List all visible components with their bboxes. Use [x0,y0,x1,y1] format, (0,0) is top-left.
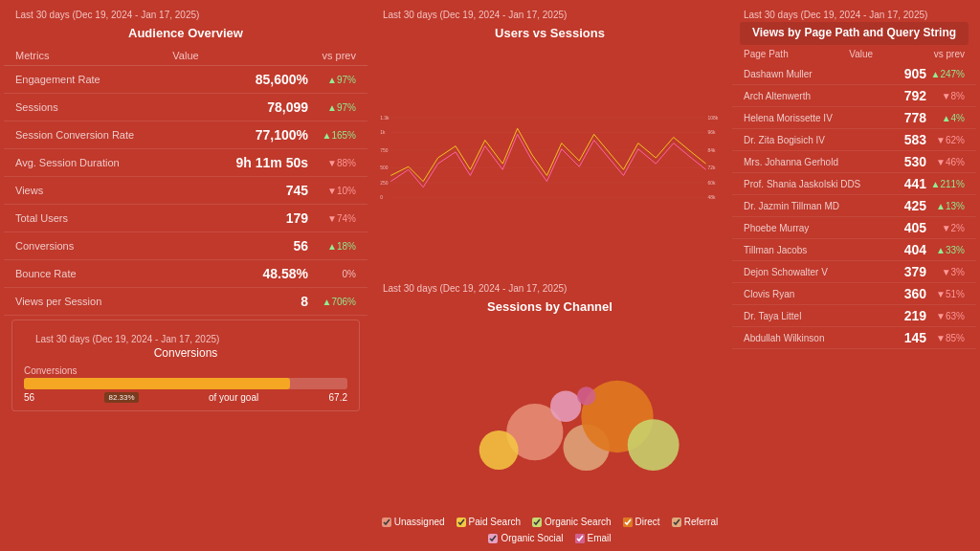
legend-checkbox-2[interactable] [532,518,542,527]
svg-text:108k: 108k [707,116,718,121]
pp-row-11: Dr. Taya Littel 219 ▼63% [732,305,976,327]
pp-value-9: 379 [888,264,926,279]
value-col-label: Value [172,50,198,61]
pp-change-12: ▼85% [926,333,965,343]
svg-text:1k: 1k [380,130,386,135]
pp-row-2: Helena Morissette IV 778 ▲4% [732,107,976,129]
pp-change-1: ▼8% [926,91,965,101]
metric-change: 10% [308,186,356,196]
pp-name-9: Dejon Schowalter V [744,267,888,277]
uvs-date-label: Last 30 days (Dec 19, 2024 - Jan 17, 202… [371,4,728,22]
pp-name-1: Arch Altenwerth [744,91,888,101]
pp-row-7: Phoebe Murray 405 ▼2% [732,217,976,239]
legend-item-0: Unassigned [382,517,445,527]
pp-name-2: Helena Morissette IV [744,113,888,123]
pp-change-7: ▼2% [926,223,965,233]
svg-text:500: 500 [380,165,388,170]
conversions-panel: Last 30 days (Dec 19, 2024 - Jan 17, 202… [11,320,360,411]
legend-checkbox-6[interactable] [575,534,585,543]
pp-value-10: 360 [888,286,926,301]
metric-value: 9h 11m 50s [162,155,308,170]
metric-row-8: Views per Session 8 706% [4,288,368,316]
pp-change-2: ▲4% [926,113,965,123]
pp-row-8: Tillman Jacobs 404 ▲33% [732,239,976,261]
pp-value-8: 404 [888,242,926,257]
metric-value: 77,100% [162,127,308,143]
pp-value-4: 530 [888,154,926,169]
metric-name: Views per Session [15,296,162,307]
pp-row-3: Dr. Zita Bogisich IV 583 ▼62% [732,129,976,151]
svg-text:84k: 84k [707,148,715,153]
legend-item-6: Email [575,533,612,543]
pp-value-11: 219 [888,308,926,323]
metrics-header: Metrics Value vs prev [4,46,368,66]
metric-name: Avg. Session Duration [15,157,162,168]
metric-name: Session Conversion Rate [15,129,162,141]
pp-value-7: 405 [888,220,926,235]
metric-name: Engagement Rate [15,74,162,85]
progress-bar-bg [24,378,347,389]
conv-date-label: Last 30 days (Dec 19, 2024 - Jan 17, 202… [24,328,347,346]
legend-checkbox-1[interactable] [457,518,466,527]
legend-label-4: Referral [684,517,719,527]
channel-legend: Unassigned Paid Search Organic Search Di… [371,513,728,547]
metric-change: 74% [308,213,356,224]
legend-label-1: Paid Search [469,517,521,527]
sbc-title: Sessions by Channel [371,296,728,320]
conv-label: Conversions [24,365,347,376]
uvs-title: Users vs Sessions [371,22,728,46]
svg-text:1.3k: 1.3k [380,116,390,121]
line-chart-area: 1.3k 1k 750 500 250 0 108k 96k 84k 72k 6… [371,46,728,274]
metrics-col-label: Metrics [15,50,49,61]
legend-label-0: Unassigned [394,517,445,527]
pp-change-6: ▲13% [926,201,965,211]
pp-value-6: 425 [888,198,926,213]
sessions-channel-panel: Last 30 days (Dec 19, 2024 - Jan 17, 202… [371,277,728,547]
pp-name-3: Dr. Zita Bogisich IV [744,135,888,145]
pp-row-10: Clovis Ryan 360 ▼51% [732,283,976,305]
pp-name-4: Mrs. Johanna Gerhold [744,157,888,167]
pp-name-5: Prof. Shania Jaskolski DDS [744,179,888,189]
pp-change-11: ▼63% [926,311,965,321]
left-date-label: Last 30 days (Dec 19, 2024 - Jan 17, 202… [4,4,368,22]
legend-checkbox-0[interactable] [382,518,391,527]
pp-name-8: Tillman Jacobs [744,245,888,255]
bubble-area [371,320,728,513]
pp-change-5: ▲211% [926,179,965,189]
line-chart-svg: 1.3k 1k 750 500 250 0 108k 96k 84k 72k 6… [379,46,721,270]
metric-value: 48.58% [162,266,308,281]
pp-change-9: ▼3% [926,267,965,277]
left-panel: Last 30 days (Dec 19, 2024 - Jan 17, 202… [4,4,368,547]
metric-name: Conversions [15,240,162,252]
conv-badge: 82.33% [104,392,138,403]
legend-label-6: Email [588,533,612,543]
metric-value: 179 [162,210,308,226]
pp-header: Page Path Value vs prev [732,45,976,63]
pp-row-1: Arch Altenwerth 792 ▼8% [732,85,976,107]
metric-change: 97% [308,75,356,85]
page-path-title: Views by Page Path and Query String [740,22,969,45]
svg-point-23 [627,419,679,471]
svg-point-24 [577,386,595,405]
pp-row-12: Abdullah Wilkinson 145 ▼85% [732,327,976,349]
conv-value: 56 [24,392,34,403]
pp-name-10: Clovis Ryan [744,289,888,299]
pp-name-7: Phoebe Murray [744,223,888,233]
legend-item-1: Paid Search [457,517,521,527]
sbc-date-label: Last 30 days (Dec 19, 2024 - Jan 17, 202… [371,277,728,296]
pp-change-8: ▲33% [926,245,965,255]
bubble-chart-svg [416,333,684,500]
pp-value-12: 145 [888,330,926,345]
svg-text:72k: 72k [707,165,715,170]
right-panel: Last 30 days (Dec 19, 2024 - Jan 17, 202… [732,4,976,547]
pp-change-4: ▼46% [926,157,965,167]
legend-item-2: Organic Search [532,517,611,527]
legend-label-3: Direct [635,517,660,527]
metric-change: 165% [308,130,356,141]
svg-text:0: 0 [380,195,383,200]
conv-numbers: 56 82.33% of your goal 67.2 [24,392,347,403]
legend-checkbox-3[interactable] [623,518,633,527]
legend-checkbox-5[interactable] [488,534,498,543]
legend-checkbox-4[interactable] [672,518,681,527]
progress-bar-fill [24,378,290,389]
